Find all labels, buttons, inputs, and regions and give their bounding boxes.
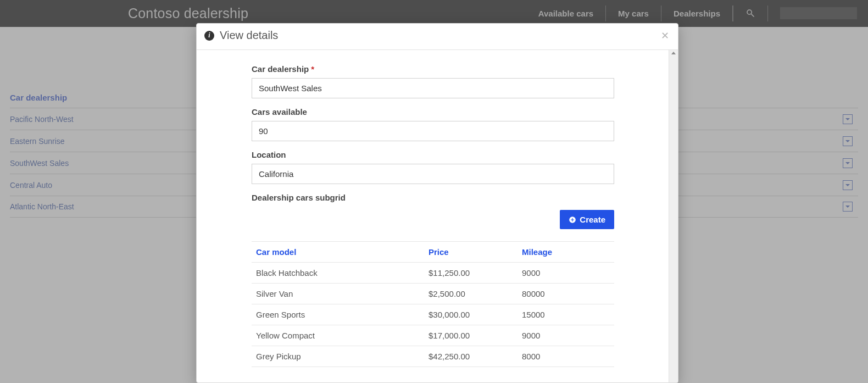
table-row[interactable]: Green Sports $30,000.00 15000 — [252, 304, 614, 325]
label-location: Location — [252, 150, 669, 159]
cars-subgrid: Car model Price Mileage Black Hatchback … — [252, 241, 614, 367]
modal-body: Car dealership* Cars available Location … — [197, 50, 678, 382]
table-row[interactable]: Black Hatchback $11,250.00 9000 — [252, 263, 614, 284]
cell-model: Black Hatchback — [256, 268, 429, 277]
cell-price: $30,000.00 — [429, 310, 522, 319]
label-dealership-text: Car dealership — [252, 64, 309, 74]
scrollbar[interactable] — [669, 50, 678, 382]
cell-price: $17,000.00 — [429, 331, 522, 340]
dealership-field[interactable] — [252, 78, 614, 98]
info-icon: i — [204, 31, 214, 41]
modal-title: View details — [220, 29, 278, 42]
col-mileage[interactable]: Mileage — [522, 247, 610, 257]
label-cars-available: Cars available — [252, 107, 669, 116]
label-dealership: Car dealership* — [252, 64, 669, 74]
table-row[interactable]: Silver Van $2,500.00 80000 — [252, 284, 614, 304]
table-row[interactable]: Grey Pickup $42,250.00 8000 — [252, 346, 614, 367]
location-field[interactable] — [252, 164, 614, 184]
plus-circle-icon — [569, 216, 576, 224]
cell-model: Yellow Compact — [256, 331, 429, 340]
cars-available-field[interactable] — [252, 121, 614, 141]
table-row[interactable]: Yellow Compact $17,000.00 9000 — [252, 325, 614, 346]
cell-model: Grey Pickup — [256, 352, 429, 361]
subgrid-header: Car model Price Mileage — [252, 242, 614, 263]
cell-price: $42,250.00 — [429, 352, 522, 361]
cell-mileage: 9000 — [522, 331, 610, 340]
col-price[interactable]: Price — [429, 247, 522, 257]
label-subgrid: Dealership cars subgrid — [252, 193, 669, 202]
cell-mileage: 9000 — [522, 268, 610, 277]
cell-mileage: 8000 — [522, 352, 610, 361]
required-asterisk: * — [311, 64, 314, 74]
subgrid-toolbar: Create — [252, 210, 614, 229]
cell-model: Green Sports — [256, 310, 429, 319]
cell-price: $11,250.00 — [429, 268, 522, 277]
col-model[interactable]: Car model — [256, 247, 429, 257]
modal-header: i View details ✕ — [197, 24, 678, 50]
cell-mileage: 80000 — [522, 289, 610, 298]
cell-model: Silver Van — [256, 289, 429, 298]
create-button[interactable]: Create — [560, 210, 614, 229]
view-details-modal: i View details ✕ Car dealership* Cars av… — [196, 23, 678, 383]
close-icon[interactable]: ✕ — [661, 31, 669, 41]
create-button-label: Create — [580, 215, 605, 224]
cell-mileage: 15000 — [522, 310, 610, 319]
cell-price: $2,500.00 — [429, 289, 522, 298]
